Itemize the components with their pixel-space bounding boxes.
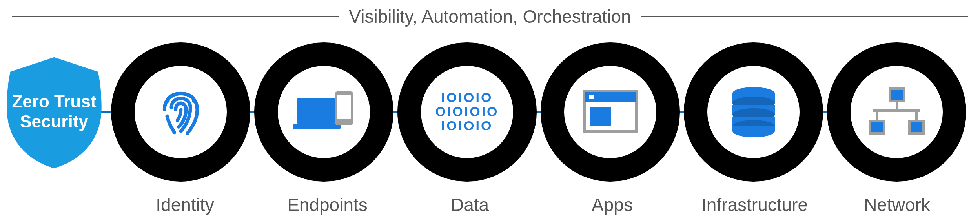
label-data: Data [399,194,541,215]
svg-rect-0 [297,98,336,124]
shield-line1: Zero Trust [12,92,96,111]
label-infrastructure: Infrastructure [683,194,826,215]
network-icon [865,80,928,143]
database-icon [722,80,785,143]
fingerprint-icon [149,80,212,143]
svg-rect-18 [909,121,924,133]
ring-endpoints [254,42,393,182]
label-endpoints: Endpoints [256,194,399,215]
shield-line2: Security [20,112,88,131]
pillars-container: IOIOIO OIOIOIO IOIOIO [105,42,980,182]
svg-rect-1 [293,124,341,129]
rule-left [12,16,339,17]
pillar-infrastructure [682,42,825,182]
ring-identity [111,42,250,182]
header-bar: Visibility, Automation, Orchestration [12,6,968,27]
pillar-data: IOIOIO OIOIOIO IOIOIO [395,42,539,182]
ring-network [827,42,966,182]
svg-rect-6 [589,95,594,99]
pillar-apps [539,42,682,182]
svg-rect-16 [890,89,904,101]
label-apps: Apps [541,194,683,215]
pillar-labels: Identity Endpoints Data Apps Infrastruct… [114,194,968,215]
binary-line-2: OIOIOIO [435,105,499,119]
label-identity: Identity [114,194,256,215]
header-title: Visibility, Automation, Orchestration [339,6,640,27]
zero-trust-shield: Zero Trust Security [3,49,105,175]
binary-icon: IOIOIO OIOIOIO IOIOIO [436,80,499,143]
rule-right [641,16,968,17]
devices-icon [293,80,355,143]
shield-label: Zero Trust Security [12,92,96,131]
ring-infrastructure [684,42,823,182]
app-window-icon [579,80,642,143]
pillar-identity [109,42,252,182]
pillar-endpoints [252,42,395,182]
diagram-row: Zero Trust Security [0,37,980,186]
svg-rect-7 [590,107,611,126]
binary-line-1: IOIOIO [435,91,499,105]
ring-data: IOIOIO OIOIOIO IOIOIO [397,42,537,182]
label-network: Network [826,194,968,215]
pillar-network [825,42,968,182]
binary-line-3: IOIOIO [435,119,499,133]
ring-apps [541,42,680,182]
svg-rect-17 [870,121,884,133]
svg-rect-3 [337,95,351,119]
